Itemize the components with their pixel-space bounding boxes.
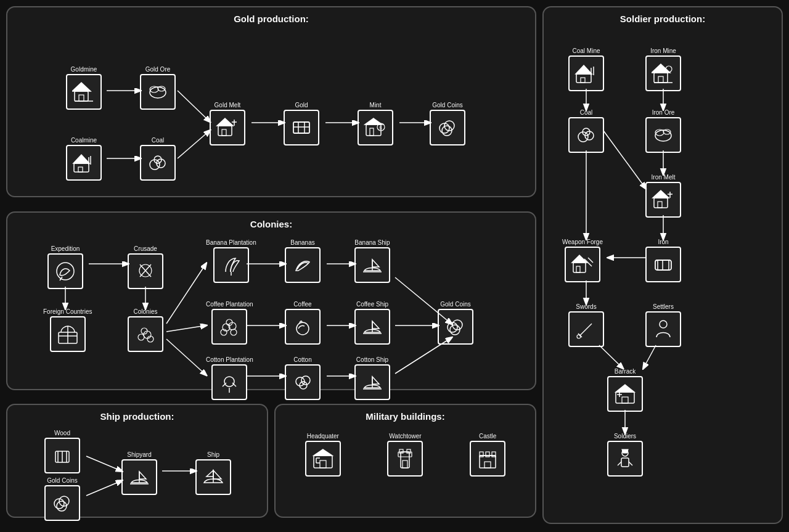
svg-marker-1 — [72, 83, 91, 91]
coalmine-item: Coalmine — [66, 137, 102, 181]
svg-line-159 — [86, 481, 121, 496]
coffee-item: Coffee — [285, 301, 321, 345]
barrack-item: Barrack — [607, 368, 643, 412]
coalmine-icon — [66, 145, 102, 181]
svg-marker-16 — [217, 118, 233, 126]
svg-line-36 — [178, 131, 210, 158]
mint-item: Mint $ — [358, 102, 393, 145]
cotton-plantation-icon — [211, 364, 247, 400]
svg-point-119 — [224, 377, 234, 387]
castle-icon — [470, 441, 505, 477]
svg-rect-63 — [576, 266, 580, 272]
gold-bar-icon — [284, 110, 319, 145]
coffee-ship-icon — [354, 309, 390, 345]
svg-rect-167 — [401, 452, 409, 468]
svg-rect-2 — [79, 95, 84, 101]
colonies-panel: Colonies: Expedition Crusade Foreign Cou… — [6, 211, 536, 390]
svg-rect-15 — [218, 126, 232, 136]
svg-line-94 — [644, 345, 656, 368]
expedition-item: Expedition — [47, 245, 83, 289]
svg-point-124 — [301, 376, 310, 385]
ship-production-panel: Ship production: Wood Gold Coins — [6, 404, 268, 518]
svg-rect-174 — [486, 452, 489, 457]
colonies-icon — [128, 316, 163, 352]
svg-point-115 — [231, 329, 237, 335]
swords-item: Swords — [568, 303, 604, 347]
svg-line-65 — [588, 258, 593, 263]
soldiers-item: Soldiers — [607, 433, 643, 477]
colonies-title: Colonies: — [14, 219, 529, 229]
foreign-countries-icon — [50, 316, 86, 352]
crusade-icon — [128, 253, 163, 289]
svg-rect-20 — [293, 122, 309, 133]
bananas-item: Bananas — [285, 239, 321, 283]
gold-production-title: Gold production: — [14, 14, 529, 24]
colonies-item: Colonies — [128, 308, 163, 352]
ship-item: Ship — [195, 451, 231, 495]
gold-bar-item: Gold — [284, 102, 319, 145]
iron-ore-icon — [645, 117, 681, 153]
expedition-icon — [47, 253, 83, 289]
svg-rect-42 — [581, 78, 585, 83]
iron-melt-item: Iron Melt — [645, 174, 681, 218]
cotton-ship-icon — [354, 364, 390, 400]
iron-icon — [645, 247, 681, 282]
svg-line-82 — [629, 462, 632, 465]
svg-line-158 — [86, 456, 121, 471]
wood-icon — [44, 438, 80, 473]
main-container: Gold production: Goldmine Gold Ore Coalm… — [0, 0, 789, 532]
svg-text:$: $ — [379, 125, 382, 131]
svg-marker-8 — [73, 155, 89, 163]
wood-item: Wood — [44, 430, 80, 473]
gold-melt-icon — [210, 110, 245, 145]
shipyard-icon — [121, 459, 157, 495]
watchtower-icon — [387, 441, 423, 477]
colonies-gold-coins-icon — [438, 309, 473, 345]
svg-rect-76 — [622, 397, 628, 403]
bottom-row: Ship production: Wood Gold Coins — [6, 404, 536, 518]
svg-rect-176 — [484, 462, 491, 468]
soldiers-icon — [607, 441, 643, 477]
colonies-gold-coins-item: Gold Coins — [438, 301, 473, 345]
svg-point-125 — [300, 382, 307, 389]
svg-point-73 — [660, 321, 667, 328]
headquater-item: Headquater — [305, 433, 341, 477]
coffee-icon — [285, 309, 321, 345]
svg-rect-40 — [576, 74, 591, 83]
banana-plantation-icon — [213, 247, 249, 283]
svg-rect-74 — [616, 392, 634, 403]
svg-rect-175 — [492, 452, 496, 457]
svg-rect-9 — [78, 167, 83, 172]
svg-rect-163 — [320, 460, 326, 468]
cotton-item: Cotton — [285, 356, 321, 400]
banana-plantation-item: Banana Plantation — [206, 239, 256, 283]
iron-item: Iron — [645, 239, 681, 282]
coal-mine-icon — [568, 55, 604, 91]
banana-ship-item: Banana Ship — [354, 239, 390, 283]
iron-mine-icon — [645, 55, 681, 91]
crusade-item: Crusade — [128, 245, 163, 289]
coffee-ship-item: Coffee Ship — [354, 301, 390, 345]
military-buildings-panel: Military buildings: Headquater Watchtowe… — [274, 404, 536, 518]
barrack-icon — [607, 376, 643, 412]
goldmine-icon — [66, 74, 102, 110]
foreign-countries-item: Foreign Countries — [43, 308, 92, 352]
gold-melt-item: Gold Melt — [210, 102, 245, 145]
bananas-icon — [285, 247, 321, 283]
banana-ship-icon — [354, 247, 390, 283]
iron-melt-icon — [645, 182, 681, 218]
gold-coins-item: Gold Coins — [430, 102, 465, 145]
settlers-item: Settlers — [645, 303, 681, 347]
svg-rect-26 — [370, 128, 374, 136]
coal-result-icon — [568, 117, 604, 153]
iron-ore-item: Iron Ore — [645, 109, 681, 153]
svg-marker-162 — [314, 449, 332, 456]
headquater-icon — [305, 441, 341, 477]
military-title: Military buildings: — [282, 411, 529, 422]
coal-mine-item: Coal Mine — [568, 47, 604, 91]
svg-rect-47 — [658, 76, 663, 83]
coal-item: Coal — [140, 137, 176, 181]
svg-marker-41 — [576, 65, 592, 74]
settlers-icon — [645, 311, 681, 347]
svg-line-135 — [166, 264, 206, 324]
